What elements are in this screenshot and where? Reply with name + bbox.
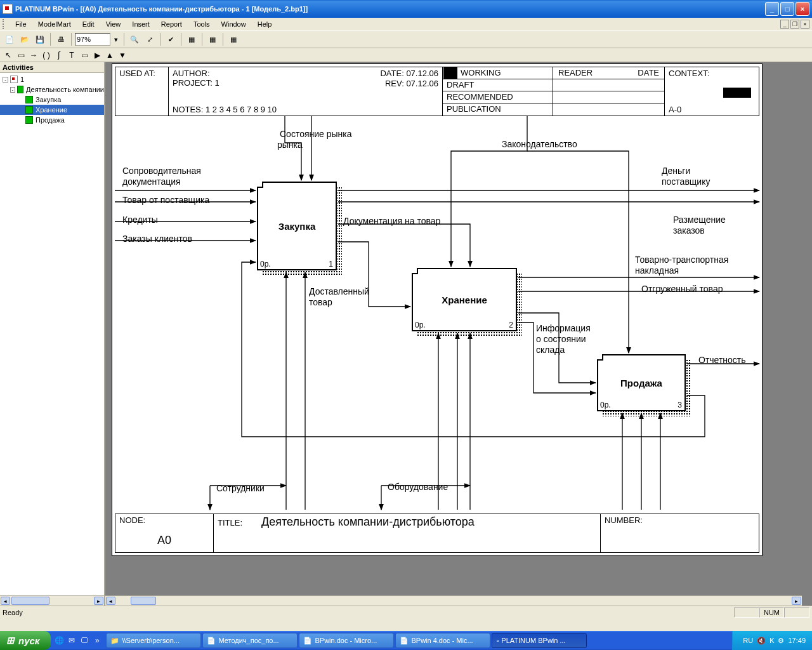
clock[interactable]: 17:49 [788, 637, 806, 644]
save-icon[interactable]: 💾 [33, 32, 47, 46]
menu-edit[interactable]: Edit [77, 19, 100, 29]
menu-file[interactable]: File [10, 19, 32, 29]
text-icon[interactable]: T [66, 50, 77, 61]
arrow-label: склада [536, 345, 565, 355]
scroll-right-icon[interactable]: ▸ [94, 597, 103, 605]
menu-insert[interactable]: Insert [127, 19, 155, 29]
lang-indicator[interactable]: RU [743, 637, 753, 644]
tree-node[interactable]: Закупка [0, 95, 104, 105]
zoom-fit-icon[interactable]: ⤢ [143, 32, 157, 46]
context-label: CONTEXT: [669, 69, 755, 78]
reader-label: READER [558, 68, 593, 78]
arrow-label: Сотрудники [216, 483, 265, 493]
scroll-thumb[interactable] [131, 597, 156, 605]
tree-node[interactable]: -Деятельность компании [0, 84, 104, 95]
arrow-label: Состояние рынка [280, 129, 352, 139]
tree-root[interactable]: -1 [0, 74, 104, 84]
ql-icon[interactable]: 🖵 [79, 635, 90, 646]
box-icon[interactable]: ▭ [15, 50, 27, 61]
diagram-icon[interactable]: ▭ [79, 50, 90, 61]
minimize-button[interactable]: _ [765, 2, 779, 16]
arrow-label: Документация на товар [343, 216, 440, 226]
arrow-label: поставщику [662, 176, 710, 187]
arrow-label: Информация [536, 323, 591, 333]
node-value: A0 [119, 534, 209, 547]
ql-icon[interactable]: » [91, 635, 103, 646]
nav-up-icon[interactable]: ▲ [104, 50, 115, 61]
status-num: NUM [759, 607, 784, 618]
zoom-combo[interactable] [75, 33, 110, 46]
scroll-thumb[interactable] [11, 597, 49, 605]
reader-date-label: DATE [638, 68, 659, 78]
tray-icon[interactable]: ⚙ [778, 637, 784, 645]
ql-icon[interactable]: ✉ [66, 635, 77, 646]
expand-icon[interactable]: - [3, 77, 8, 83]
arrow-label: Отгруженный товар [641, 284, 723, 294]
arrow-label: Доставленный [309, 286, 369, 296]
model-icon[interactable]: ▦ [206, 32, 219, 46]
arrow-label: о состоянии [536, 334, 586, 344]
arrow-label: Товарно-транспортная [635, 255, 728, 265]
task-button[interactable]: 📄 BPwin 4.doc - Mic... [395, 633, 490, 648]
scroll-left-icon[interactable]: ◂ [1, 597, 10, 605]
menu-modelmart[interactable]: ModelMart [33, 19, 76, 29]
context-value: A-0 [669, 105, 681, 114]
mdi-minimize[interactable]: _ [780, 20, 789, 29]
zoom-dropdown[interactable]: ▾ [112, 32, 121, 46]
menu-report[interactable]: Report [156, 19, 187, 29]
side-hscroll[interactable]: ◂▸ [0, 595, 104, 606]
arrow-label: Оборудование [388, 482, 448, 492]
menu-help[interactable]: Help [252, 19, 277, 29]
task-button[interactable]: 📄 Методич_пос_по... [202, 633, 298, 648]
status-publication: PUBLICATION [443, 103, 553, 116]
activities-tree[interactable]: -1 -Деятельность компании Закупка Хранен… [0, 73, 104, 595]
arrow-label: накладная [635, 265, 679, 275]
arrow-label: Сопроводительная [122, 166, 201, 176]
tray-icon[interactable]: 🔇 [757, 637, 766, 645]
report-icon[interactable]: ▦ [226, 32, 240, 46]
start-button[interactable]: ⊞пуск [0, 631, 51, 650]
maximize-button[interactable]: □ [780, 2, 794, 16]
menu-grip[interactable] [3, 19, 6, 29]
tray-icon[interactable]: K [769, 637, 774, 644]
system-tray[interactable]: RU 🔇 K ⚙ 17:49 [732, 631, 812, 650]
pointer-icon[interactable]: ↖ [3, 50, 14, 61]
mdi-close[interactable]: × [801, 20, 809, 29]
ql-icon[interactable]: 🌐 [53, 635, 65, 646]
root-icon [10, 76, 18, 83]
print-icon[interactable]: 🖶 [54, 32, 68, 46]
nav-down-icon[interactable]: ▼ [117, 50, 128, 61]
spell-icon[interactable]: ✔ [164, 32, 178, 46]
tree-node[interactable]: Продажа [0, 115, 104, 125]
node-label: NODE: [119, 515, 145, 525]
open-icon[interactable]: 📂 [18, 32, 32, 46]
zoom-in-icon[interactable]: 🔍 [128, 32, 141, 46]
menu-window[interactable]: Window [216, 19, 251, 29]
new-icon[interactable]: 📄 [3, 32, 16, 46]
dict-icon[interactable]: ▦ [185, 32, 199, 46]
arrow-icon[interactable]: → [28, 50, 39, 61]
squiggle-icon[interactable]: ʃ [53, 50, 65, 61]
nav-right-icon[interactable]: ▶ [91, 50, 103, 61]
diagram-canvas[interactable]: USED AT: AUTHOR: PROJECT: 1 NOTES: 1 2 3… [105, 62, 812, 606]
title-bar: PLATINUM BPwin - [(A0) Деятельность комп… [0, 0, 812, 18]
arrow-label: товар [309, 297, 332, 307]
scroll-left-icon[interactable]: ◂ [106, 597, 115, 605]
task-button-active[interactable]: ▫ PLATINUM BPwin ... [492, 633, 587, 648]
close-button[interactable]: × [796, 2, 809, 16]
task-button[interactable]: 📄 BPwin.doc - Micro... [299, 633, 394, 648]
canvas-hscroll[interactable]: ◂▸ [105, 595, 802, 606]
arrow-label: Кредиты [122, 215, 158, 225]
mdi-restore[interactable]: ❐ [790, 20, 799, 29]
scroll-right-icon[interactable]: ▸ [792, 597, 801, 605]
menu-view[interactable]: View [101, 19, 126, 29]
context-thumb [723, 88, 751, 98]
expand-icon[interactable]: - [10, 87, 15, 93]
tunnel-icon[interactable]: ( ) [41, 50, 52, 61]
menu-tools[interactable]: Tools [188, 19, 215, 29]
quick-launch: 🌐✉🖵» [51, 635, 105, 646]
task-button[interactable]: 📁 \\Serverb\person... [106, 633, 201, 648]
tree-node-selected[interactable]: Хранение [0, 105, 104, 115]
main-toolbar: 📄 📂 💾 🖶 ▾ 🔍 ⤢ ✔ ▦ ▦ ▦ [0, 30, 812, 48]
mdi-controls: _ ❐ × [780, 20, 812, 29]
